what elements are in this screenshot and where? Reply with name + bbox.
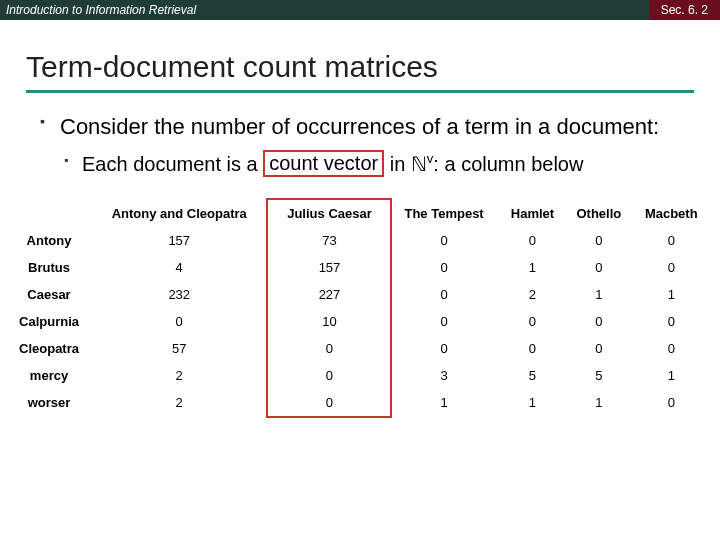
value-cell: 0: [270, 389, 388, 416]
value-cell: 57: [88, 335, 270, 362]
value-cell: 2: [88, 362, 270, 389]
value-cell: 232: [88, 281, 270, 308]
sub-mid: in: [384, 152, 411, 174]
course-title: Introduction to Information Retrieval: [0, 3, 196, 17]
table-row: Calpurnia0100000: [10, 308, 710, 335]
value-cell: 0: [565, 254, 632, 281]
term-doc-table: Antony and Cleopatra Julius Caesar The T…: [10, 200, 710, 416]
natural-n: ℕ: [411, 152, 427, 174]
table-row: Cleopatra5700000: [10, 335, 710, 362]
section-badge: Sec. 6. 2: [649, 0, 720, 20]
col-header: Othello: [565, 200, 632, 227]
sub-suffix: : a column below: [433, 152, 583, 174]
col-header: Macbeth: [633, 200, 711, 227]
term-cell: Brutus: [10, 254, 88, 281]
value-cell: 157: [270, 254, 388, 281]
term-cell: mercy: [10, 362, 88, 389]
term-cell: worser: [10, 389, 88, 416]
value-cell: 1: [633, 362, 711, 389]
value-cell: 0: [388, 281, 499, 308]
top-bar: Introduction to Information Retrieval Se…: [0, 0, 720, 20]
value-cell: 227: [270, 281, 388, 308]
table-row: Caesar2322270211: [10, 281, 710, 308]
value-cell: 0: [565, 335, 632, 362]
value-cell: 5: [500, 362, 565, 389]
term-cell: Calpurnia: [10, 308, 88, 335]
value-cell: 0: [388, 227, 499, 254]
term-cell: Cleopatra: [10, 335, 88, 362]
value-cell: 0: [388, 335, 499, 362]
term-cell: Antony: [10, 227, 88, 254]
col-header: Hamlet: [500, 200, 565, 227]
value-cell: 0: [500, 308, 565, 335]
value-cell: 0: [500, 335, 565, 362]
value-cell: 73: [270, 227, 388, 254]
value-cell: 0: [88, 308, 270, 335]
sub-prefix: Each document is a: [82, 152, 263, 174]
value-cell: 0: [270, 335, 388, 362]
value-cell: 4: [88, 254, 270, 281]
bullet-main: Consider the number of occurrences of a …: [40, 113, 680, 176]
sub-bullet-list: Each document is a count vector in ℕv: a…: [60, 151, 680, 177]
col-header: Antony and Cleopatra: [88, 200, 270, 227]
table-row: worser201110: [10, 389, 710, 416]
table-header-row: Antony and Cleopatra Julius Caesar The T…: [10, 200, 710, 227]
table-wrap: Antony and Cleopatra Julius Caesar The T…: [0, 176, 720, 416]
table-row: Brutus41570100: [10, 254, 710, 281]
col-header: The Tempest: [388, 200, 499, 227]
value-cell: 0: [270, 362, 388, 389]
count-vector-box: count vector: [263, 150, 384, 177]
value-cell: 157: [88, 227, 270, 254]
value-cell: 3: [388, 362, 499, 389]
value-cell: 0: [388, 308, 499, 335]
value-cell: 0: [633, 335, 711, 362]
value-cell: 0: [633, 227, 711, 254]
bullet-list: Consider the number of occurrences of a …: [40, 113, 680, 176]
table-row: mercy203551: [10, 362, 710, 389]
term-cell: Caesar: [10, 281, 88, 308]
value-cell: 1: [565, 389, 632, 416]
value-cell: 0: [633, 389, 711, 416]
value-cell: 10: [270, 308, 388, 335]
page-title: Term-document count matrices: [26, 50, 694, 93]
value-cell: 1: [388, 389, 499, 416]
value-cell: 0: [500, 227, 565, 254]
value-cell: 2: [88, 389, 270, 416]
value-cell: 1: [565, 281, 632, 308]
value-cell: 5: [565, 362, 632, 389]
value-cell: 1: [500, 254, 565, 281]
content: Consider the number of occurrences of a …: [0, 99, 720, 176]
value-cell: 0: [565, 227, 632, 254]
value-cell: 0: [633, 308, 711, 335]
table-row: Antony157730000: [10, 227, 710, 254]
value-cell: 1: [500, 389, 565, 416]
value-cell: 0: [633, 254, 711, 281]
title-area: Term-document count matrices: [0, 20, 720, 99]
value-cell: 0: [565, 308, 632, 335]
value-cell: 0: [388, 254, 499, 281]
corner-cell: [10, 200, 88, 227]
value-cell: 2: [500, 281, 565, 308]
sub-bullet: Each document is a count vector in ℕv: a…: [60, 151, 680, 177]
value-cell: 1: [633, 281, 711, 308]
col-header: Julius Caesar: [270, 200, 388, 227]
bullet-main-text: Consider the number of occurrences of a …: [60, 114, 659, 139]
